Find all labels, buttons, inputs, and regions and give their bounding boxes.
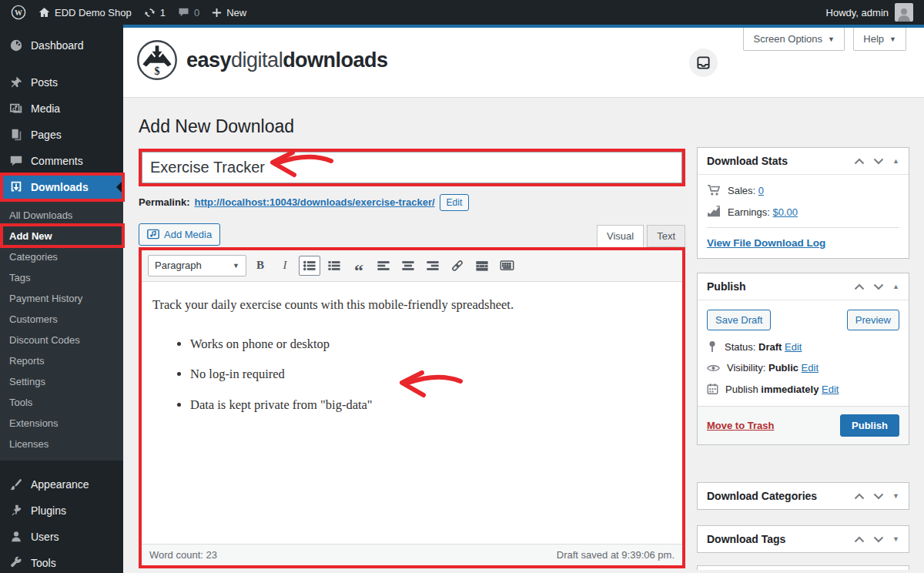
chevron-down-icon[interactable] <box>873 158 884 165</box>
permalink-edit-button[interactable]: Edit <box>440 194 470 211</box>
comments-icon <box>9 154 23 168</box>
update-count: 1 <box>160 7 166 18</box>
draft-saved-status: Draft saved at 9:39:06 pm. <box>557 549 675 561</box>
edit-status-link[interactable]: Edit <box>785 341 802 353</box>
submenu-tags[interactable]: Tags <box>0 267 123 288</box>
next-metabox-edge <box>697 565 909 570</box>
submenu-categories[interactable]: Categories <box>0 246 123 267</box>
submenu-extensions[interactable]: Extensions <box>0 413 123 434</box>
permalink-link[interactable]: http://localhost:10043/downloads/exercis… <box>194 196 434 208</box>
box-title: Download Tags <box>707 533 785 545</box>
comments-menu[interactable]: 0 <box>178 7 199 18</box>
paragraph-format-select[interactable]: Paragraph ▼ <box>148 255 246 276</box>
align-left-button[interactable] <box>373 256 394 276</box>
avatar[interactable] <box>895 3 913 22</box>
download-title-input[interactable] <box>142 152 682 183</box>
view-file-download-log-link[interactable]: View File Download Log <box>707 237 825 249</box>
edd-logo: $ easydigitaldownloads <box>136 39 388 82</box>
toggle-panel-icon[interactable]: ▲ <box>892 157 899 165</box>
submenu-payment-history[interactable]: Payment History <box>0 288 123 309</box>
chevron-up-icon[interactable] <box>854 536 865 543</box>
preview-button[interactable]: Preview <box>847 310 899 330</box>
editor-content-area[interactable]: Track your daily exercise counts with th… <box>142 282 682 544</box>
sidebar-item-posts[interactable]: Posts <box>0 69 123 96</box>
align-right-icon <box>426 260 440 272</box>
admin-content: $ easydigitaldownloads Screen Options ▼ … <box>123 25 924 573</box>
box-title: Download Stats <box>707 155 788 167</box>
chevron-up-icon[interactable] <box>854 493 865 500</box>
admin-sidebar: Dashboard Posts Media Pages Comments D <box>0 25 123 573</box>
submenu-customers[interactable]: Customers <box>0 309 123 330</box>
updates-menu[interactable]: 1 <box>144 7 166 18</box>
sales-count-link[interactable]: 0 <box>758 185 764 196</box>
sidebar-item-comments[interactable]: Comments <box>0 148 123 174</box>
toggle-panel-icon[interactable]: ▼ <box>892 535 899 543</box>
sidebar-item-appearance[interactable]: Appearance <box>0 471 123 498</box>
sidebar-item-pages[interactable]: Pages <box>0 122 123 148</box>
box-title: Download Categories <box>707 490 817 502</box>
sidebar-item-dashboard[interactable]: Dashboard <box>0 32 123 59</box>
tab-text[interactable]: Text <box>647 225 685 247</box>
sidebar-item-media[interactable]: Media <box>0 96 123 122</box>
move-to-trash-link[interactable]: Move to Trash <box>707 420 774 431</box>
edd-wordmark: easydigitaldownloads <box>186 49 388 72</box>
chevron-up-icon[interactable] <box>854 283 865 290</box>
chevron-down-icon[interactable] <box>873 283 884 290</box>
dashboard-icon <box>9 39 23 52</box>
earnings-link[interactable]: $0.00 <box>773 206 798 218</box>
align-center-button[interactable] <box>397 256 419 276</box>
sidebar-item-plugins[interactable]: Plugins <box>0 498 123 524</box>
insert-link-button[interactable] <box>447 256 468 276</box>
align-right-button[interactable] <box>422 256 444 276</box>
edd-inbox-button[interactable] <box>689 49 718 77</box>
submenu-add-new[interactable]: Add New <box>0 226 123 246</box>
pages-icon <box>9 128 23 142</box>
download-categories-box: Download Categories ▼ <box>697 482 909 510</box>
screen-options-button[interactable]: Screen Options ▼ <box>743 28 845 51</box>
site-menu[interactable]: EDD Demo Shop <box>38 7 132 18</box>
home-icon <box>38 7 50 18</box>
media-icon <box>9 102 23 116</box>
chevron-down-icon[interactable] <box>873 536 884 543</box>
submenu-licenses[interactable]: Licenses <box>0 434 123 454</box>
howdy-text[interactable]: Howdy, admin <box>826 7 889 18</box>
numbered-list-button[interactable] <box>323 256 345 276</box>
appearance-icon <box>9 478 23 491</box>
tab-visual[interactable]: Visual <box>597 225 644 247</box>
status-pin-icon <box>707 340 718 353</box>
keyboard-shortcuts-button[interactable] <box>496 256 517 276</box>
sidebar-item-downloads[interactable]: Downloads <box>0 174 123 200</box>
submenu-tools[interactable]: Tools <box>0 392 123 413</box>
submenu-settings[interactable]: Settings <box>0 371 123 392</box>
sidebar-item-tools[interactable]: Tools <box>0 550 123 573</box>
sidebar-item-users[interactable]: Users <box>0 524 123 550</box>
new-content-menu[interactable]: New <box>212 7 246 18</box>
edit-schedule-link[interactable]: Edit <box>822 384 839 395</box>
save-draft-button[interactable]: Save Draft <box>707 310 771 330</box>
visibility-row: Visibility: Public Edit <box>707 362 899 374</box>
publish-box: Publish ▲ Save Draft Preview <box>697 273 909 445</box>
toggle-panel-icon[interactable]: ▲ <box>892 283 899 290</box>
read-more-tag-button[interactable] <box>471 256 493 276</box>
bold-button[interactable]: B <box>249 256 271 276</box>
inbox-icon <box>696 55 711 70</box>
edit-visibility-link[interactable]: Edit <box>802 362 819 374</box>
submenu-discount-codes[interactable]: Discount Codes <box>0 330 123 350</box>
plugins-icon <box>9 504 23 518</box>
help-button[interactable]: Help ▼ <box>853 28 906 51</box>
bullet-list-button[interactable] <box>299 256 320 276</box>
earnings-row: Earnings: $0.00 <box>707 206 899 218</box>
blockquote-button[interactable]: “ <box>348 256 370 276</box>
chevron-down-icon[interactable] <box>873 493 884 500</box>
permalink: Permalink: http://localhost:10043/downlo… <box>139 194 685 211</box>
submenu-all-downloads[interactable]: All Downloads <box>0 205 123 226</box>
add-media-icon <box>147 229 159 240</box>
italic-button[interactable]: I <box>274 256 296 276</box>
add-media-button[interactable]: Add Media <box>139 223 220 246</box>
svg-text:$: $ <box>155 65 160 77</box>
publish-button[interactable]: Publish <box>840 414 899 437</box>
wordpress-logo-icon[interactable]: W <box>11 5 26 20</box>
submenu-reports[interactable]: Reports <box>0 350 123 371</box>
chevron-up-icon[interactable] <box>854 158 865 165</box>
toggle-panel-icon[interactable]: ▼ <box>892 492 899 500</box>
